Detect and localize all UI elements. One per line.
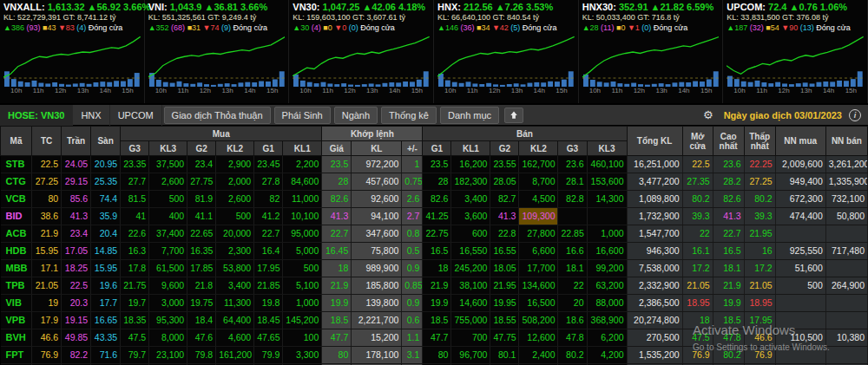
tab-th-ng-k-[interactable]: Thống kê <box>381 107 437 124</box>
cell[interactable]: 74.4 <box>91 191 121 208</box>
cell[interactable]: 28.05 <box>490 173 519 191</box>
cell[interactable]: 17.95 <box>254 260 283 277</box>
cell[interactable]: 41.3 <box>62 208 91 225</box>
cell[interactable]: 270,500 <box>627 329 682 347</box>
cell[interactable]: 35.9 <box>91 208 121 225</box>
cell[interactable]: 16,251,000 <box>627 156 682 173</box>
cell[interactable]: 23.5 <box>322 156 352 173</box>
cell[interactable]: 100 <box>283 329 322 347</box>
ticker-cell[interactable]: BID <box>1 208 32 225</box>
cell[interactable]: 22.7 <box>713 225 744 243</box>
cell[interactable]: 18 <box>322 260 352 277</box>
cell[interactable]: 76.9 <box>682 347 713 364</box>
cell[interactable]: 24.05 <box>62 156 91 173</box>
ticker-cell[interactable]: HDB <box>1 243 32 260</box>
ticker-cell[interactable]: VIB <box>1 295 32 312</box>
cell[interactable]: 22.65 <box>187 225 216 243</box>
cell[interactable]: 17.8 <box>121 260 149 277</box>
cell[interactable]: 46.6 <box>32 329 62 347</box>
cell[interactable]: 19.9 <box>322 295 352 312</box>
cell[interactable]: 82.6 <box>322 191 352 208</box>
cell[interactable]: 2,600 <box>149 173 187 191</box>
cell[interactable]: 20,000 <box>216 225 254 243</box>
cell[interactable]: 16.45 <box>322 243 352 260</box>
cell[interactable]: 22 <box>682 225 713 243</box>
cell[interactable]: 37,500 <box>149 156 187 173</box>
cell[interactable]: 5,000 <box>283 243 322 260</box>
cell[interactable]: 10,100 <box>283 208 322 225</box>
cell[interactable]: 15.95 <box>32 243 62 260</box>
cell[interactable]: 16,500 <box>519 295 558 312</box>
cell[interactable] <box>775 295 825 312</box>
cell[interactable]: 717,480 <box>825 243 867 260</box>
cell[interactable]: 17.7 <box>91 295 121 312</box>
cell[interactable]: 84,600 <box>283 173 322 191</box>
ticker-cell[interactable]: VCB <box>1 191 32 208</box>
cell[interactable]: 18.4 <box>187 312 216 329</box>
cell[interactable]: 27.25 <box>744 173 775 191</box>
cell[interactable]: 80.2 <box>713 347 744 364</box>
settings-gear-icon[interactable]: ⚙ <box>698 108 719 121</box>
cell[interactable]: 14,600 <box>451 295 490 312</box>
cell[interactable]: 29.15 <box>62 173 91 191</box>
cell[interactable]: 82.6 <box>423 191 451 208</box>
cell[interactable]: 500 <box>216 208 254 225</box>
cell[interactable]: 27.25 <box>32 173 62 191</box>
cell[interactable]: 18.25 <box>62 260 91 277</box>
cell[interactable]: 5,100 <box>283 277 322 295</box>
cell[interactable]: 16 <box>744 243 775 260</box>
tab-ph-i-sinh[interactable]: Phái Sinh <box>274 107 331 124</box>
index-intraday-chart[interactable] <box>582 33 720 87</box>
cell[interactable]: 64,400 <box>216 312 254 329</box>
cell[interactable]: 41.3 <box>713 208 744 225</box>
cell[interactable]: 18 <box>682 312 713 329</box>
cell[interactable]: 27.8 <box>254 173 283 191</box>
cell[interactable]: 51,600 <box>775 260 825 277</box>
cell[interactable]: 19.6 <box>91 277 121 295</box>
cell[interactable]: 949,400 <box>775 173 825 191</box>
cell[interactable]: 21.85 <box>254 277 283 295</box>
cell[interactable]: 27.35 <box>682 173 713 191</box>
cell[interactable]: 41.1 <box>187 208 216 225</box>
cell[interactable]: 19.75 <box>187 295 216 312</box>
cell[interactable]: 19 <box>32 295 62 312</box>
cell[interactable] <box>825 347 867 364</box>
ticker-cell[interactable]: TPB <box>1 277 32 295</box>
cell[interactable]: 47.7 <box>322 329 352 347</box>
cell[interactable]: 22.5 <box>62 277 91 295</box>
cell[interactable]: 153,600 <box>587 173 627 191</box>
cell[interactable]: 264,900 <box>825 277 867 295</box>
cell[interactable] <box>825 225 867 243</box>
cell[interactable]: 47.5 <box>121 329 149 347</box>
cell[interactable]: 600 <box>451 225 490 243</box>
ticker-cell[interactable]: BVH <box>1 329 32 347</box>
cell[interactable]: 10,380 <box>825 329 867 347</box>
cell[interactable]: 16,600 <box>587 243 627 260</box>
cell[interactable]: 755,000 <box>451 312 490 329</box>
cell[interactable]: 27,800 <box>519 225 558 243</box>
cell[interactable]: 19.7 <box>121 295 149 312</box>
cell[interactable]: 925,550 <box>775 243 825 260</box>
cell[interactable]: 22.75 <box>423 225 451 243</box>
cell[interactable]: 50,800 <box>825 208 867 225</box>
index-intraday-chart[interactable] <box>148 33 286 87</box>
cell[interactable]: 21.95 <box>490 277 519 295</box>
cell[interactable]: 989,900 <box>352 260 402 277</box>
cell[interactable]: 22.85 <box>558 225 587 243</box>
cell[interactable] <box>587 208 627 225</box>
cell[interactable] <box>825 312 867 329</box>
cell[interactable]: 7,538,000 <box>627 260 682 277</box>
cell[interactable]: 28.2 <box>713 173 744 191</box>
tab-danh-m-c[interactable]: Danh mục <box>440 107 499 124</box>
cell[interactable]: 80.2 <box>682 191 713 208</box>
cell[interactable]: 6,200 <box>587 329 627 347</box>
cell[interactable]: 41.2 <box>254 208 283 225</box>
cell[interactable]: 20 <box>558 295 587 312</box>
cell[interactable]: 21.9 <box>322 277 352 295</box>
cell[interactable]: 22.8 <box>490 225 519 243</box>
cell[interactable]: 2,900 <box>216 156 254 173</box>
cell[interactable]: 7,700 <box>149 243 187 260</box>
cell[interactable]: 500 <box>149 191 187 208</box>
cell[interactable] <box>825 295 867 312</box>
cell[interactable]: 46.6 <box>744 329 775 347</box>
